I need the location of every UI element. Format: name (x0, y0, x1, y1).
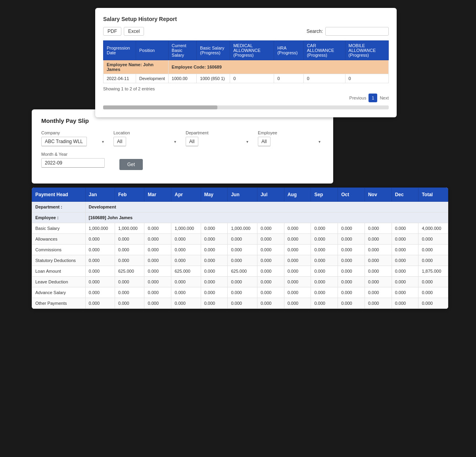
scrollbar-row[interactable] (103, 105, 389, 109)
cell-mar: 0.000 (144, 245, 171, 255)
payment-data-row: Loan Amount0.000625.0000.000625.0000.000… (32, 266, 448, 277)
cell-jul: 0.000 (257, 266, 284, 277)
cell-aug: 0.000 (284, 298, 311, 309)
row-medical: 0 (230, 74, 274, 83)
cell-sep: 0.000 (311, 245, 338, 255)
cell-sep: 0.000 (311, 287, 338, 298)
payment-data-row: Allowances0.0000.0000.0000.0000.0000.000… (32, 234, 448, 245)
cell-oct: 0.000 (338, 255, 365, 266)
cell-nov: 0.000 (365, 266, 392, 277)
cell-total: 0.000 (418, 287, 448, 298)
cell-aug: 0.000 (284, 266, 311, 277)
cell-feb: 0.000 (115, 255, 144, 266)
cell-aug: 0.000 (284, 255, 311, 266)
cell-jan: 0.000 (85, 245, 115, 255)
cell-mar: 0.000 (144, 223, 171, 234)
cell-nov: 0.000 (365, 234, 392, 245)
salary-table: Progression Date Position Current Basic … (103, 40, 389, 83)
cell-jan: 0.000 (85, 255, 115, 266)
cell-may: 0.000 (201, 223, 228, 234)
cell-jan: 0.000 (85, 266, 115, 277)
search-input[interactable] (325, 27, 389, 36)
payslip-title: Monthly Pay Slip (41, 117, 324, 124)
cell-head: Statutory Deductions (32, 255, 86, 266)
cell-apr: 0.000 (171, 298, 201, 309)
cell-nov: 0.000 (365, 223, 392, 234)
prev-label: Previous (349, 96, 367, 100)
location-label: Location (113, 130, 179, 135)
th-payment-head: Payment Head (32, 188, 86, 202)
excel-button[interactable]: Excel (124, 27, 144, 36)
payment-table-header: Payment Head Jan Feb Mar Apr May Jun Jul… (32, 188, 448, 202)
department-row: Department : Development (32, 202, 448, 212)
month-year-label: Month & Year (41, 152, 105, 157)
cell-head: Allowances (32, 234, 86, 245)
cell-jan: 1,000.000 (85, 223, 115, 234)
cell-feb: 0.000 (115, 298, 144, 309)
cell-total: 1,875.000 (418, 266, 448, 277)
dept-value: Development (85, 202, 448, 212)
emp-label: Employee : (32, 212, 86, 223)
th-feb: Feb (115, 188, 144, 202)
th-jun: Jun (228, 188, 257, 202)
th-jan: Jan (85, 188, 115, 202)
cell-mar: 0.000 (144, 298, 171, 309)
th-may: May (201, 188, 228, 202)
employee-label: Employee (258, 130, 324, 135)
cell-may: 0.000 (201, 298, 228, 309)
company-select[interactable]: ABC Trading WLL (41, 137, 87, 146)
form-row-2: Month & Year Get (41, 152, 324, 170)
cell-mar: 0.000 (144, 255, 171, 266)
cell-jul: 0.000 (257, 298, 284, 309)
employee-header-row: Employee Name: John James Employee Code:… (104, 60, 389, 74)
cell-dec: 0.000 (392, 255, 418, 266)
page-wrapper: Salary Setup History Report PDF Excel Se… (8, 8, 468, 309)
cell-jun: 0.000 (228, 287, 257, 298)
cell-dec: 0.000 (392, 287, 418, 298)
payment-data-row: Basic Salary1,000.0001,000.0000.0001,000… (32, 223, 448, 234)
th-mar: Mar (144, 188, 171, 202)
cell-apr: 0.000 (171, 277, 201, 287)
payment-table-card: Payment Head Jan Feb Mar Apr May Jun Jul… (32, 187, 448, 309)
department-select[interactable]: All (186, 137, 198, 146)
row-hra: 0 (274, 74, 304, 83)
th-oct: Oct (338, 188, 365, 202)
cell-jun: 0.000 (228, 277, 257, 287)
cell-nov: 0.000 (365, 245, 392, 255)
cell-dec: 0.000 (392, 223, 418, 234)
cell-may: 0.000 (201, 255, 228, 266)
cell-dec: 0.000 (392, 298, 418, 309)
get-spacer (111, 152, 143, 157)
cell-oct: 0.000 (338, 223, 365, 234)
salary-report-title: Salary Setup History Report (103, 16, 389, 22)
cell-mar: 0.000 (144, 287, 171, 298)
cell-jan: 0.000 (85, 234, 115, 245)
payment-data-row: Advance Salary0.0000.0000.0000.0000.0000… (32, 287, 448, 298)
next-label: Next (380, 96, 389, 100)
cell-jul: 0.000 (257, 277, 284, 287)
get-button[interactable]: Get (119, 159, 143, 170)
cell-nov: 0.000 (365, 277, 392, 287)
cell-aug: 0.000 (284, 287, 311, 298)
company-group: Company ABC Trading WLL (41, 130, 107, 146)
location-select[interactable]: All (113, 137, 126, 146)
cell-total: 0.000 (418, 277, 448, 287)
cell-apr: 0.000 (171, 287, 201, 298)
col-medical: MEDICAL ALLOWANCE (Progress) (230, 41, 274, 60)
cell-mar: 0.000 (144, 234, 171, 245)
month-year-input[interactable] (41, 158, 105, 168)
page-1-button[interactable]: 1 (369, 94, 377, 102)
cell-dec: 0.000 (392, 277, 418, 287)
col-progression-date: Progression Date (104, 41, 136, 60)
cell-apr: 1,000.000 (171, 223, 201, 234)
cell-total: 0.000 (418, 255, 448, 266)
cell-may: 0.000 (201, 287, 228, 298)
cell-may: 0.000 (201, 266, 228, 277)
cell-head: Commissions (32, 245, 86, 255)
dept-label: Department : (32, 202, 86, 212)
cell-total: 0.000 (418, 234, 448, 245)
th-dec: Dec (392, 188, 418, 202)
col-car: CAR ALLOWANCE (Progress) (303, 41, 345, 60)
pdf-button[interactable]: PDF (103, 27, 121, 36)
employee-select[interactable]: All (258, 137, 271, 146)
